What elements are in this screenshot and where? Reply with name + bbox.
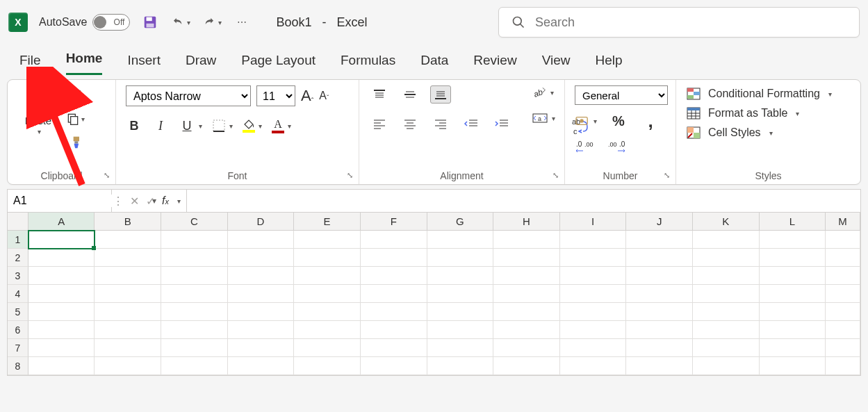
cell[interactable] xyxy=(427,249,494,267)
tab-view[interactable]: View xyxy=(542,49,571,75)
cell[interactable] xyxy=(760,249,826,267)
cell[interactable] xyxy=(693,267,760,285)
cell[interactable] xyxy=(826,231,860,249)
cell[interactable] xyxy=(560,339,627,357)
name-box[interactable]: ▾ xyxy=(8,190,112,212)
percent-button[interactable]: % xyxy=(608,112,629,130)
align-center-button[interactable] xyxy=(400,115,420,133)
cell[interactable] xyxy=(626,285,693,303)
cell[interactable] xyxy=(161,249,228,267)
column-header[interactable]: I xyxy=(560,213,627,230)
cell[interactable] xyxy=(560,357,627,375)
cell[interactable] xyxy=(28,321,95,339)
cell[interactable] xyxy=(826,267,860,285)
autosave-toggle[interactable]: Off xyxy=(92,14,130,31)
increase-decimal-button[interactable]: .0.00 xyxy=(575,137,596,155)
tab-home[interactable]: Home xyxy=(66,47,103,75)
column-header[interactable]: D xyxy=(228,213,295,230)
redo-button[interactable]: ▾ xyxy=(202,16,222,28)
cut-button[interactable] xyxy=(66,87,85,104)
font-color-button[interactable]: A ▾ xyxy=(272,118,291,133)
font-size-select[interactable]: 11 xyxy=(256,85,295,106)
cell[interactable] xyxy=(760,339,826,357)
enter-formula-button[interactable]: ✓ xyxy=(146,195,155,208)
underline-button[interactable]: U▾ xyxy=(179,116,202,135)
cell[interactable] xyxy=(161,321,228,339)
cell[interactable] xyxy=(161,231,228,249)
bold-button[interactable]: B xyxy=(126,116,142,135)
cell[interactable] xyxy=(493,267,560,285)
cell[interactable] xyxy=(95,321,161,339)
cell[interactable] xyxy=(361,303,427,321)
cell[interactable] xyxy=(493,285,560,303)
cell[interactable] xyxy=(228,267,295,285)
row-header[interactable]: 4 xyxy=(8,285,28,303)
chevron-down-icon[interactable]: ▾ xyxy=(177,197,181,205)
cell[interactable] xyxy=(161,357,228,375)
cell[interactable] xyxy=(294,249,361,267)
cell[interactable] xyxy=(228,231,295,249)
alignment-launcher[interactable]: ⤡ xyxy=(550,170,560,180)
cell[interactable] xyxy=(427,357,494,375)
column-header[interactable]: A xyxy=(28,213,95,230)
cell[interactable] xyxy=(28,285,95,303)
column-header[interactable]: B xyxy=(95,213,161,230)
cell[interactable] xyxy=(294,267,361,285)
cell[interactable] xyxy=(493,231,560,249)
cell[interactable] xyxy=(693,357,760,375)
tab-page-layout[interactable]: Page Layout xyxy=(241,49,316,75)
decrease-decimal-button[interactable]: .00.0 xyxy=(607,137,628,155)
column-header[interactable]: K xyxy=(693,213,760,230)
cell[interactable] xyxy=(95,303,161,321)
comma-button[interactable]: , xyxy=(640,112,661,130)
align-middle-button[interactable] xyxy=(400,85,420,104)
tab-review[interactable]: Review xyxy=(473,49,516,75)
increase-font-button[interactable]: Aˆ xyxy=(301,87,313,105)
merge-center-button[interactable]: a ▾ xyxy=(532,112,555,124)
fill-color-button[interactable]: ▾ xyxy=(243,119,262,133)
italic-button[interactable]: I xyxy=(152,116,169,135)
cell[interactable] xyxy=(427,339,494,357)
cell[interactable] xyxy=(760,231,826,249)
cell[interactable] xyxy=(493,357,560,375)
cell[interactable] xyxy=(95,249,161,267)
cell[interactable] xyxy=(361,267,427,285)
cell[interactable] xyxy=(161,339,228,357)
format-as-table-button[interactable]: Format as Table ▾ xyxy=(686,106,851,120)
accounting-format-button[interactable]: ▾ xyxy=(575,115,597,127)
cell[interactable] xyxy=(28,357,95,375)
cell[interactable] xyxy=(294,231,361,249)
cell[interactable] xyxy=(361,285,427,303)
cell[interactable] xyxy=(228,249,295,267)
cell[interactable] xyxy=(560,231,627,249)
select-all-corner[interactable] xyxy=(8,213,28,230)
cell[interactable] xyxy=(560,249,627,267)
customize-qat-button[interactable]: ⋯ xyxy=(233,13,251,31)
cell[interactable] xyxy=(228,321,295,339)
cell[interactable] xyxy=(826,321,860,339)
align-left-button[interactable] xyxy=(369,115,390,133)
tab-draw[interactable]: Draw xyxy=(186,49,216,75)
cell[interactable] xyxy=(294,357,361,375)
cell[interactable] xyxy=(427,231,494,249)
number-launcher[interactable]: ⤡ xyxy=(662,170,671,180)
clipboard-launcher[interactable]: ⤡ xyxy=(101,170,111,180)
cell[interactable] xyxy=(294,285,361,303)
cell[interactable] xyxy=(28,231,95,249)
format-painter-button[interactable] xyxy=(66,134,85,151)
cell[interactable] xyxy=(294,321,361,339)
cell[interactable] xyxy=(95,231,161,249)
font-launcher[interactable]: ⤡ xyxy=(345,170,354,180)
column-header[interactable]: G xyxy=(427,213,494,230)
cell[interactable] xyxy=(760,303,826,321)
cell[interactable] xyxy=(228,285,295,303)
cell[interactable] xyxy=(28,249,95,267)
column-header[interactable]: E xyxy=(294,213,361,230)
tab-file[interactable]: File xyxy=(19,49,41,75)
cell[interactable] xyxy=(826,249,860,267)
cell[interactable] xyxy=(294,339,361,357)
cell[interactable] xyxy=(826,357,860,375)
paste-button[interactable]: Paste ▾ xyxy=(17,85,59,135)
cell[interactable] xyxy=(560,267,627,285)
cell[interactable] xyxy=(95,357,161,375)
